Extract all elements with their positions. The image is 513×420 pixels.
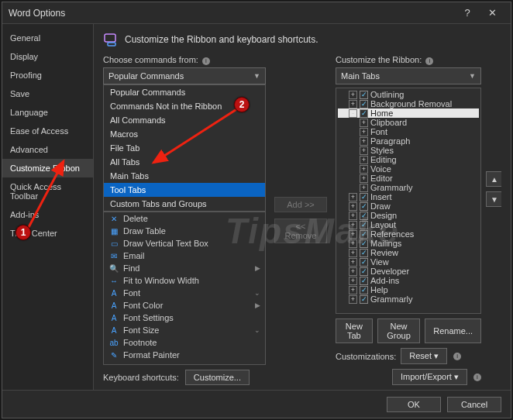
command-item[interactable]: ▦Draw Table: [104, 225, 265, 237]
move-up-button[interactable]: ▲: [486, 171, 501, 187]
dropdown-option[interactable]: Tool Tabs: [104, 183, 265, 197]
info-icon[interactable]: i: [425, 57, 433, 65]
command-item[interactable]: ✉Email: [104, 250, 265, 262]
tree-node[interactable]: +Styles: [338, 146, 479, 155]
checkbox[interactable]: [360, 239, 368, 248]
expander-icon[interactable]: +: [349, 277, 357, 285]
dropdown-option[interactable]: Commands Not in the Ribbon: [104, 99, 265, 113]
command-item[interactable]: ↔Fit to Window Width: [104, 274, 265, 287]
tree-node[interactable]: +Add-ins: [338, 276, 479, 285]
expander-icon[interactable]: +: [349, 249, 357, 257]
expander-icon[interactable]: +: [360, 146, 368, 155]
checkbox[interactable]: [360, 258, 368, 267]
tree-node[interactable]: +View: [338, 257, 479, 267]
sidebar-item-proofing[interactable]: Proofing: [2, 66, 93, 84]
expander-icon[interactable]: -: [349, 109, 357, 118]
commands-list[interactable]: ✕Delete▦Draw Table▭Draw Vertical Text Bo…: [103, 212, 266, 365]
sidebar-item-display[interactable]: Display: [2, 47, 93, 66]
expander-icon[interactable]: +: [360, 174, 368, 183]
expander-icon[interactable]: +: [349, 258, 357, 267]
add-button[interactable]: Add >>: [274, 197, 327, 212]
checkbox[interactable]: [360, 100, 368, 108]
tree-node[interactable]: +Draw: [338, 201, 479, 211]
command-item[interactable]: 🔍Find▶: [104, 262, 265, 274]
command-item[interactable]: ✎Format Painter: [104, 349, 265, 361]
sidebar-item-add-ins[interactable]: Add-ins: [2, 205, 93, 224]
sidebar-item-trust-center[interactable]: Trust Center: [2, 224, 93, 243]
tree-node[interactable]: +Background Removal: [338, 99, 479, 108]
tree-node[interactable]: +Grammarly: [338, 183, 479, 192]
expander-icon[interactable]: +: [349, 212, 357, 220]
choose-commands-dropdown[interactable]: Popular CommandsCommands Not in the Ribb…: [103, 84, 266, 212]
dropdown-option[interactable]: Popular Commands: [104, 85, 265, 99]
expander-icon[interactable]: +: [349, 239, 357, 248]
info-icon[interactable]: i: [453, 353, 461, 360]
expander-icon[interactable]: +: [349, 295, 357, 304]
tree-node[interactable]: +Help: [338, 285, 479, 294]
tree-node[interactable]: +Paragraph: [338, 136, 479, 146]
import-export-button[interactable]: Import/Export ▾: [392, 369, 467, 385]
checkbox[interactable]: [360, 193, 368, 201]
sidebar-item-advanced[interactable]: Advanced: [2, 140, 93, 159]
checkbox[interactable]: [360, 286, 368, 294]
expander-icon[interactable]: +: [360, 165, 368, 174]
checkbox[interactable]: [360, 221, 368, 229]
dropdown-option[interactable]: Macros: [104, 127, 265, 141]
tree-node[interactable]: +Outlining: [338, 90, 479, 99]
checkbox[interactable]: [360, 267, 368, 276]
sidebar-item-quick-access-toolbar[interactable]: Quick Access Toolbar: [2, 177, 93, 205]
command-item[interactable]: ▭Draw Vertical Text Box: [104, 237, 265, 250]
checkbox[interactable]: [360, 202, 368, 211]
command-item[interactable]: AFont⌄: [104, 287, 265, 299]
command-item[interactable]: abFootnote: [104, 336, 265, 349]
expander-icon[interactable]: +: [349, 221, 357, 229]
close-button[interactable]: ✕: [480, 7, 504, 19]
info-icon[interactable]: i: [202, 57, 210, 65]
tree-node[interactable]: +Mailings: [338, 239, 479, 248]
tree-node[interactable]: +References: [338, 229, 479, 239]
rename-button[interactable]: Rename...: [425, 318, 481, 343]
tree-node[interactable]: +Insert: [338, 192, 479, 201]
sidebar-item-language[interactable]: Language: [2, 103, 93, 122]
sidebar-item-ease-of-access[interactable]: Ease of Access: [2, 122, 93, 140]
sidebar-item-customize-ribbon[interactable]: Customize Ribbon: [2, 159, 93, 177]
expander-icon[interactable]: +: [349, 230, 357, 239]
command-item[interactable]: AFont Size⌄: [104, 324, 265, 336]
tree-node[interactable]: +Editing: [338, 155, 479, 164]
sidebar-item-general[interactable]: General: [2, 29, 93, 47]
tree-node[interactable]: +Review: [338, 248, 479, 257]
new-tab-button[interactable]: New Tab: [336, 318, 373, 343]
help-button[interactable]: ?: [455, 7, 480, 19]
cancel-button[interactable]: Cancel: [447, 397, 501, 412]
tree-node[interactable]: +Design: [338, 211, 479, 220]
tree-node[interactable]: +Developer: [338, 267, 479, 276]
dropdown-option[interactable]: Main Tabs: [104, 169, 265, 183]
tree-node[interactable]: +Layout: [338, 220, 479, 229]
checkbox[interactable]: [360, 249, 368, 257]
move-down-button[interactable]: ▼: [486, 191, 501, 207]
ok-button[interactable]: OK: [387, 397, 441, 412]
sidebar-item-save[interactable]: Save: [2, 84, 93, 103]
checkbox[interactable]: [360, 230, 368, 239]
tree-node[interactable]: +Grammarly: [338, 294, 479, 304]
customize-ribbon-select[interactable]: Main Tabs ▼: [336, 67, 481, 84]
new-group-button[interactable]: New Group: [377, 318, 421, 343]
checkbox[interactable]: [360, 295, 368, 304]
command-item[interactable]: AFont Color▶: [104, 299, 265, 312]
expander-icon[interactable]: +: [349, 202, 357, 211]
dropdown-option[interactable]: All Commands: [104, 113, 265, 127]
expander-icon[interactable]: +: [360, 128, 368, 136]
expander-icon[interactable]: +: [360, 119, 368, 127]
checkbox[interactable]: [360, 91, 368, 99]
choose-commands-select[interactable]: Popular Commands ▼: [103, 67, 266, 84]
expander-icon[interactable]: +: [349, 100, 357, 108]
command-item[interactable]: A▲Grow Font: [104, 361, 265, 365]
dropdown-option[interactable]: Custom Tabs and Groups: [104, 197, 265, 211]
ribbon-tree[interactable]: +Outlining+Background Removal-Home+Clipb…: [336, 88, 481, 314]
expander-icon[interactable]: +: [349, 91, 357, 99]
expander-icon[interactable]: +: [360, 184, 368, 192]
dropdown-option[interactable]: File Tab: [104, 141, 265, 155]
checkbox[interactable]: [360, 109, 368, 118]
expander-icon[interactable]: +: [360, 137, 368, 146]
tree-node[interactable]: +Clipboard: [338, 118, 479, 127]
